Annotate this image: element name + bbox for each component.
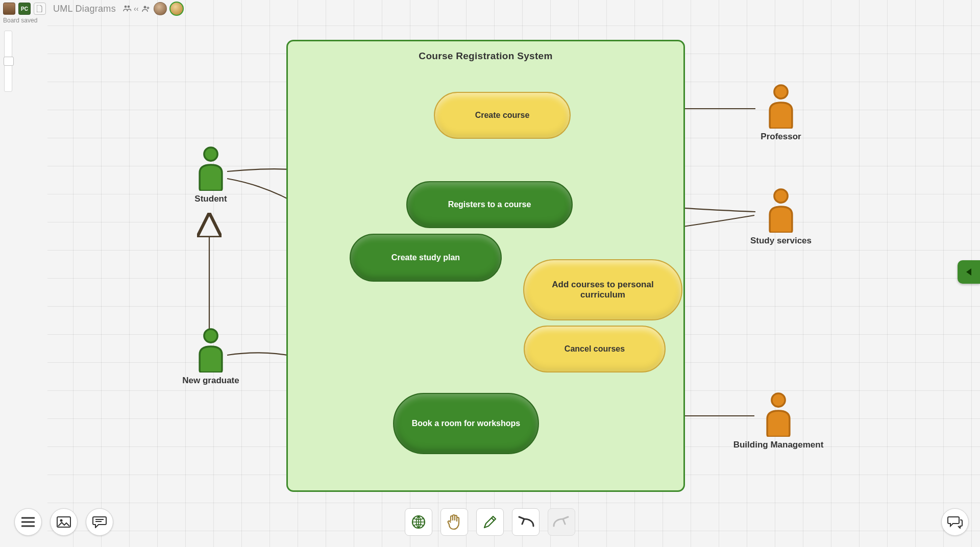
- chat-button[interactable]: [941, 508, 969, 536]
- usecase-label: Cancel courses: [565, 344, 625, 354]
- draw-button[interactable]: [476, 508, 504, 536]
- actor-study-services[interactable]: Study services: [743, 188, 819, 246]
- usecase-label: Registers to a course: [448, 200, 531, 209]
- hand-icon: [447, 514, 462, 530]
- image-button[interactable]: [50, 508, 78, 536]
- svg-point-5: [60, 519, 63, 522]
- actor-new-graduate[interactable]: New graduate: [178, 328, 244, 386]
- usecase-create-study-plan[interactable]: Create study plan: [350, 234, 502, 282]
- svg-point-2: [128, 5, 130, 8]
- actor-label: New graduate: [182, 376, 239, 385]
- chat-icon: [947, 515, 963, 529]
- usecase-label: Add courses to personal curriculum: [541, 280, 665, 300]
- comment-button[interactable]: [86, 508, 113, 536]
- usecase-label: Book a room for workshops: [412, 419, 520, 428]
- actor-building-management[interactable]: Building Management: [725, 392, 832, 450]
- actor-label: Study services: [750, 236, 812, 245]
- usecase-add-courses[interactable]: Add courses to personal curriculum: [523, 259, 682, 320]
- side-panel-toggle[interactable]: [958, 260, 980, 284]
- workspace-avatar[interactable]: [3, 3, 15, 15]
- people-icon[interactable]: [123, 5, 131, 13]
- redo-icon: [553, 516, 570, 528]
- redo-button[interactable]: [548, 508, 575, 536]
- undo-button[interactable]: [512, 508, 540, 536]
- top-bar: PC UML Diagrams ‹‹: [3, 2, 184, 16]
- actor-icon: [193, 328, 229, 372]
- pencil-icon: [482, 514, 498, 530]
- system-title: Course Registration System: [288, 51, 683, 62]
- usecase-label: Create course: [475, 111, 530, 120]
- doc-icon[interactable]: [34, 3, 46, 15]
- triangle-left-icon: [964, 267, 973, 277]
- actor-label: Student: [194, 194, 227, 204]
- svg-point-1: [125, 5, 127, 8]
- page-title: UML Diagrams: [53, 4, 116, 14]
- usecase-create-course[interactable]: Create course: [434, 92, 571, 139]
- actor-icon: [761, 392, 796, 437]
- save-status: Board saved: [3, 17, 37, 24]
- toolbar-right: [941, 508, 969, 536]
- menu-button[interactable]: [14, 508, 42, 536]
- usecase-label: Create study plan: [391, 253, 460, 262]
- actor-label: Building Management: [733, 440, 824, 450]
- board-badge[interactable]: PC: [18, 3, 31, 15]
- zoom-slider[interactable]: [4, 31, 12, 92]
- chevron-left-icon[interactable]: ‹‹: [134, 5, 138, 13]
- actor-icon: [763, 84, 799, 129]
- collab-avatar-1[interactable]: [154, 2, 167, 15]
- svg-point-3: [144, 6, 146, 9]
- usecase-cancel-courses[interactable]: Cancel courses: [524, 326, 666, 372]
- image-icon: [57, 516, 71, 528]
- collab-avatar-2[interactable]: [169, 2, 184, 16]
- actor-professor[interactable]: Professor: [750, 84, 812, 142]
- menu-icon: [21, 517, 35, 527]
- web-button[interactable]: [405, 508, 432, 536]
- zoom-thumb[interactable]: [4, 57, 14, 66]
- add-user-button[interactable]: [141, 4, 151, 14]
- pan-button[interactable]: [440, 508, 468, 536]
- globe-icon: [411, 514, 426, 530]
- actor-student[interactable]: Student: [183, 146, 239, 204]
- actor-label: Professor: [761, 132, 801, 141]
- undo-icon: [517, 516, 534, 528]
- comment-icon: [92, 516, 107, 528]
- toolbar-center: [405, 508, 575, 536]
- toolbar-left: [14, 508, 113, 536]
- share-cluster: ‹‹: [123, 2, 184, 16]
- actor-icon: [763, 188, 799, 233]
- usecase-registers-course[interactable]: Registers to a course: [406, 181, 573, 228]
- usecase-book-room[interactable]: Book a room for workshops: [393, 393, 539, 454]
- actor-icon: [193, 146, 229, 191]
